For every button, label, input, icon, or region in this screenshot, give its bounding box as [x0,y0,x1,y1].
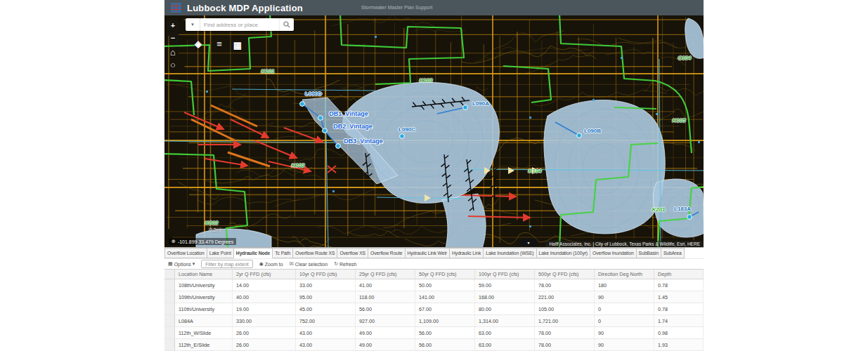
search-input[interactable] [200,18,279,31]
clear-selection-icon: ☒ [290,261,294,267]
search-button[interactable] [279,18,294,31]
table-cell: 221.00 [535,291,595,303]
refresh-button[interactable]: ↻ Refresh [334,261,356,267]
map-canvas[interactable]: K101C104K103L090DL090ADB1_VintageK105DB2… [164,15,704,247]
map-label-l183a[interactable]: L183A [674,206,691,212]
scale-bar: 0.2mi [208,227,222,232]
row-selector[interactable] [164,279,175,291]
tab-overflow-xs[interactable]: Overflow XS [337,248,368,258]
table-cell: 78.00 [535,327,595,338]
column-header[interactable]: 500yr Q FFD (cfs) [535,270,595,279]
layers-button[interactable]: ◈ [193,38,204,49]
column-header[interactable]: Depth [654,270,704,279]
zoom-out-button[interactable]: − [167,32,179,44]
table-cell: 33.00 [296,279,356,291]
tab-overflow-location[interactable]: Overflow Location [164,248,207,258]
clear-selection-label: Clear selection [295,262,328,267]
attribution-toggle[interactable]: ▾ [519,239,538,246]
map-label-db1-vintage[interactable]: DB1_Vintage [329,111,368,117]
select-all-cell[interactable] [164,270,175,279]
tab-subarea[interactable]: SubArea [661,248,685,258]
map-label-db2-vintage[interactable]: DB2_Vintage [333,124,372,130]
tab-tc-path[interactable]: Tc Path [273,248,293,258]
map-label-db3-vintage[interactable]: DB3_Vintage [344,138,382,145]
map-label-k201[interactable]: K201 [652,207,665,213]
table-cell: 95.00 [296,291,356,303]
legend-icon: ≡ [216,39,222,49]
tab-lake-inundation-100yr[interactable]: Lake Inundation (100yr) [537,248,591,258]
zoom-in-button[interactable]: + [167,20,179,31]
table-cell: 1,721.00 [535,315,595,326]
map-label-k101[interactable]: K101 [261,69,274,74]
tab-overflow-inundation[interactable]: Overflow Inundation [590,248,637,258]
table-row[interactable]: 110th/University19.0045.0056.0067.0080.0… [164,303,704,315]
map-label-l090c[interactable]: L090C [399,127,415,133]
minus-icon: − [171,34,175,42]
table-cell: 927.00 [356,315,415,326]
basemap-button[interactable]: ▦ [232,39,243,51]
table-cell: 112th_E/Slide [175,339,233,350]
tab-overflow-route[interactable]: Overflow Route [368,248,405,258]
table-row[interactable]: L084A330.00752.00927.001,109.001,314.001… [164,315,704,327]
column-header[interactable]: 10yr Q FFD (cfs) [296,270,356,279]
tab-hydraulic-node[interactable]: Hydraulic Node [234,248,273,258]
table-cell: 108th/University [175,279,233,291]
table-cell: 80.00 [475,303,535,314]
zoom-to-button[interactable]: ◉ Zoom to [259,261,283,267]
options-button[interactable]: ▦ Options ▾ [168,261,195,267]
tab-overflow-route-xs[interactable]: Overflow Route XS [293,248,337,258]
clear-selection-button[interactable]: ☒ Clear selection [290,261,328,267]
row-selector[interactable] [164,339,175,350]
tab-hydraulic-link[interactable]: Hydraulic Link [450,248,484,258]
page-title: Lubbock MDP Application [187,3,303,13]
map-label-l090a[interactable]: L090A [472,101,489,107]
row-selector[interactable] [164,315,175,326]
row-selector[interactable] [164,327,175,338]
table-cell: 1.45 [654,291,704,303]
row-selector[interactable] [164,291,175,303]
table-cell: 1.74 [654,315,704,326]
search-source-dropdown[interactable]: ▼ [186,18,200,31]
map-label-k104[interactable]: K104 [528,168,541,174]
table-cell: 14.00 [233,279,296,291]
table-cell: 1,314.00 [475,315,535,326]
column-header[interactable]: 50yr Q FFD (cfs) [415,270,475,279]
table-row[interactable]: 108th/University14.0033.0041.0050.0059.0… [164,279,704,291]
table-row[interactable]: 112th_E/Slide26.0043.0049.0056.0063.0078… [164,339,704,351]
tab-lake-point[interactable]: Lake Point [207,248,234,258]
map-label-c104[interactable]: C104 [678,55,691,61]
home-button[interactable]: ⌂ [167,46,179,58]
map-attribution: Halff Associates, Inc. | City of Lubbock… [545,241,704,247]
coordinates-text: -101.899 33.479 Degrees [178,239,233,244]
table-cell: 45.00 [296,303,356,314]
table-row[interactable]: 112th_W/Slide26.0043.0049.0056.0063.0078… [164,327,704,339]
legend-button[interactable]: ≡ [214,38,225,49]
header-bar: Lubbock MDP Application Stormwater Maste… [164,0,704,15]
table-cell: 59.00 [475,279,535,291]
map-label-k103[interactable]: K103 [419,78,432,84]
map-label-l090d[interactable]: L090D [305,91,322,97]
options-label: Options [174,262,191,267]
table-cell: 110th/University [175,303,233,314]
table-cell: 78.00 [535,339,595,350]
tab-subbasin[interactable]: SubBasin [637,248,661,258]
chevron-down-icon: ▼ [190,22,195,27]
map-label-k102[interactable]: K102 [291,163,304,168]
locate-button[interactable]: ○ [167,59,179,70]
table-cell: 43.00 [296,339,356,350]
column-header[interactable]: 100yr Q FFD (cfs) [475,270,535,279]
column-header[interactable]: Location Name [175,270,233,279]
row-selector[interactable] [164,303,175,314]
column-header[interactable]: 2yr Q FFD (cfs) [233,270,296,279]
map-label-k105[interactable]: K105 [672,118,685,124]
home-icon: ⌂ [170,47,176,58]
column-header[interactable]: 25yr Q FFD (cfs) [356,270,415,279]
zoom-to-icon: ◉ [259,261,264,267]
tab-hydraulic-link-weir[interactable]: Hydraulic Link Weir [406,248,451,258]
tab-lake-inundation-wse[interactable]: Lake Inundation (WSE) [484,248,536,258]
column-header[interactable]: Direction Deg North [595,270,654,279]
table-row[interactable]: 109th/University40.0095.00118.00141.0016… [164,291,704,303]
filter-by-map-extent-button[interactable]: Filter by map extent [201,260,252,268]
map-label-k802[interactable]: K802 [205,220,218,226]
map-label-l090b[interactable]: L090B [584,128,601,134]
